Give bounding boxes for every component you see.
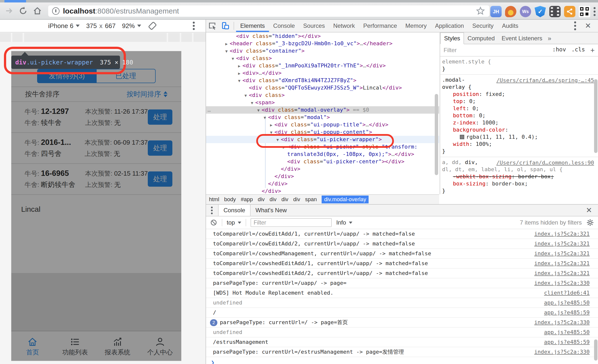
dom-tree-node[interactable]: </div> (206, 180, 439, 187)
breadcrumb-item[interactable]: html (209, 196, 219, 203)
extension-jh-icon[interactable]: JH (490, 6, 502, 17)
extension-flame-icon[interactable] (505, 6, 516, 17)
dom-tree-node[interactable]: <div class="ui-picker-center"></div> (206, 158, 439, 165)
dom-tree-node[interactable]: ▼<div class="dXmrdT8ki4N4TZJZ7FByZ"> (206, 77, 439, 84)
console-menu-icon[interactable] (211, 210, 213, 211)
devtools-close-icon[interactable]: ✕ (585, 22, 591, 30)
console-settings-gear-icon[interactable] (586, 219, 594, 227)
source-link[interactable]: app.js?e485:50 (544, 298, 590, 307)
url-bar[interactable]: localhost:8080/estrusManagement (48, 5, 489, 17)
extension-film-icon[interactable] (549, 6, 561, 17)
console-close-icon[interactable]: ✕ (586, 207, 598, 214)
dom-tree-node[interactable]: ▶<div class="_1nmPooXi9aTPH20tr-YThE">…<… (206, 62, 439, 69)
tab-console[interactable]: Console (218, 205, 251, 216)
style-rule[interactable]: element.style {} (440, 57, 598, 75)
context-select[interactable]: top (227, 219, 241, 226)
source-link[interactable]: index.js?5c2a:330 (534, 278, 590, 288)
dom-tree-node[interactable]: <div class="QQFToSEwuyzXHFJSSz5_W">Linca… (206, 84, 439, 91)
dom-tree-node[interactable]: </div> (206, 173, 439, 180)
devtools-tab-performance[interactable]: Performance (359, 20, 401, 32)
media-query-bar[interactable] (0, 33, 206, 42)
extension-shield-icon[interactable]: ✓ (535, 6, 546, 17)
dom-tree-node[interactable]: ▼<div class> (206, 91, 439, 99)
breadcrumb-item[interactable]: div (269, 196, 276, 203)
hov-toggle[interactable]: :hov (552, 46, 566, 54)
extension-ws-icon[interactable]: Ws (520, 6, 531, 17)
active-tab-sliver[interactable] (4, 0, 26, 2)
device-toolbar-menu-icon[interactable] (193, 25, 195, 27)
tab-styles[interactable]: Styles (440, 32, 464, 44)
more-tabs-icon[interactable]: » (548, 35, 551, 44)
breadcrumb-item[interactable]: #app (241, 196, 253, 203)
dom-tree-node[interactable]: ▼<div class> (206, 55, 439, 62)
console-filter-input[interactable] (251, 218, 332, 227)
modal-overlay[interactable] (11, 51, 181, 361)
dom-tree-node[interactable]: </div> (206, 165, 439, 173)
bookmark-star-icon[interactable] (476, 6, 485, 16)
clear-console-icon[interactable] (210, 219, 217, 226)
dom-tree-node[interactable]: ▼<span> (206, 99, 439, 106)
dom-tree-node[interactable]: <div class="hidden"></div> (206, 32, 439, 40)
tab-computed[interactable]: Computed (464, 33, 498, 44)
inspect-icon[interactable] (206, 20, 219, 32)
console-scrollbar[interactable] (594, 339, 598, 361)
browser-menu-icon[interactable] (594, 11, 596, 13)
source-link[interactable]: app.js?e485:59 (544, 337, 590, 347)
breadcrumb-item[interactable]: div (258, 196, 265, 203)
devtools-tab-audits[interactable]: Audits (498, 20, 523, 32)
source-link[interactable]: index.js?5c2a:330 (534, 318, 590, 327)
zoom-select[interactable]: 92% (122, 22, 141, 30)
devtools-tab-application[interactable]: Application (431, 20, 468, 32)
devtools-tab-elements[interactable]: Elements (236, 20, 269, 32)
source-link[interactable]: client?1de6:41 (544, 288, 590, 298)
log-level-select[interactable]: Info (336, 219, 352, 226)
dom-tree-node[interactable]: ▶<div>…</div> (206, 69, 439, 77)
stylesheet-link[interactable]: /Users/crifan/d…common.less:90 (496, 159, 594, 166)
stylesheet-link[interactable]: /Users/crifan/d…es/spring-…:45 (496, 77, 594, 84)
styles-filter-input[interactable]: Filter (444, 47, 457, 54)
dom-tree-node[interactable]: </div> (206, 187, 439, 194)
source-link[interactable]: index.js?5c2a:321 (534, 269, 590, 278)
breadcrumb-item[interactable]: div.modal-overlay (322, 196, 369, 203)
style-rule[interactable]: /Users/crifan/d…common.less:90a, dd, div… (440, 157, 598, 194)
dom-tree-node[interactable]: ▶<header class="_3-bzgcD2U-Hmb0n-1o0_vc"… (206, 40, 439, 47)
device-width-field[interactable]: 375 (86, 22, 97, 30)
new-style-rule-icon[interactable]: + (590, 46, 595, 54)
devtools-tab-sources[interactable]: Sources (299, 20, 329, 32)
extension-qr-icon[interactable] (579, 6, 590, 17)
device-toolbar-toggle-icon[interactable] (219, 20, 232, 32)
devtools-tab-console[interactable]: Console (269, 20, 299, 32)
source-link[interactable]: index.js?5c2a:321 (534, 259, 590, 268)
breadcrumb-item[interactable]: span (305, 196, 317, 203)
elements-scrollbar[interactable] (435, 94, 438, 175)
extension-share-icon[interactable] (564, 6, 575, 17)
breadcrumb-item[interactable]: body (224, 196, 236, 203)
style-rule[interactable]: /Users/crifan/d…es/spring-…:45.modal-ove… (440, 75, 598, 157)
dom-tree-node[interactable]: ▼<div class="modal"> (206, 114, 439, 121)
reload-icon[interactable] (18, 5, 29, 16)
page-info-icon[interactable] (52, 7, 60, 15)
breadcrumb-item[interactable]: div (293, 196, 300, 203)
tab-whats-new[interactable]: What's New (251, 205, 292, 216)
dom-tree-node[interactable]: ▼<div class="container"> (206, 47, 439, 55)
device-select[interactable]: iPhone 6 (48, 22, 80, 30)
rotate-icon[interactable] (148, 21, 157, 31)
cls-toggle[interactable]: .cls (571, 46, 585, 54)
devtools-tab-security[interactable]: Security (468, 20, 498, 32)
home-icon[interactable] (32, 5, 43, 16)
devtools-menu-icon[interactable] (574, 25, 576, 27)
forward-icon[interactable] (3, 5, 14, 16)
color-swatch[interactable] (460, 135, 464, 139)
devtools-tab-memory[interactable]: Memory (401, 20, 431, 32)
devtools-tab-network[interactable]: Network (329, 20, 359, 32)
styles-scrollbar[interactable] (594, 79, 598, 153)
tab-event-listeners[interactable]: Event Listeners (498, 33, 546, 44)
dom-tree-node[interactable]: ▶<div class="ui-popup-title">…</div> (206, 121, 439, 128)
source-link[interactable]: index.js?5c2a:330 (534, 347, 590, 357)
source-link[interactable]: app.js?e485:50 (544, 328, 590, 337)
source-link[interactable]: index.js?5c2a:321 (534, 229, 590, 239)
device-height-field[interactable]: 667 (105, 22, 116, 30)
dom-tree-node[interactable]: …▼<div class="modal-overlay"> == $0 (206, 106, 439, 114)
source-link[interactable]: index.js?5c2a:321 (534, 239, 590, 248)
dom-tree-node[interactable]: translate3d(0px, -108px, 0px);">…</div> (206, 151, 439, 158)
